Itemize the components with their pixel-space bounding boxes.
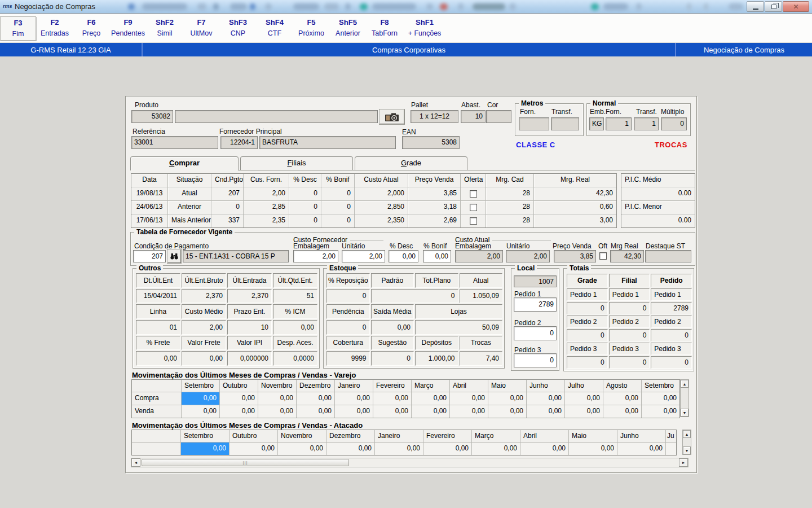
scroll-left-icon[interactable]: ◄ (131, 458, 140, 467)
toolbar-item-ultmov[interactable]: F7UltMov (183, 16, 219, 41)
row-label-compra: Compra (132, 392, 181, 405)
blurred-item (345, 3, 351, 10)
cor-field (486, 110, 511, 123)
oft-checkbox[interactable] (599, 252, 607, 260)
tab-grade[interactable]: Grade (355, 156, 467, 170)
destaque-st-field (645, 250, 691, 262)
ca-unitario-field: 2,00 (506, 250, 550, 262)
pedido2-input[interactable]: 0 (514, 326, 557, 340)
metros-group: Metros Forn. Transf. (515, 103, 584, 136)
atacado-section-title: Movimentação dos Últimos Meses de Compra… (132, 421, 363, 430)
cf-unitario-input[interactable]: 2,00 (342, 250, 385, 262)
status-app-version: G-RMS Retail 12.23 GIA (0, 43, 143, 56)
produto-code-field: 53082 (131, 110, 173, 123)
ean-label: EAN (402, 128, 416, 136)
pallet-label: Pallet (411, 101, 428, 109)
price-history-table: Data Situação Cnd.Pgto Cus. Forn. % Desc… (131, 173, 617, 228)
destaque-st-label: Destaque ST (646, 242, 685, 250)
pic-menor-label: P.I.C. Menor (621, 201, 695, 214)
toolbar-item-preco[interactable]: F6Preço (73, 16, 109, 41)
scroll-up-icon[interactable]: ▲ (681, 380, 689, 388)
toolbar-item-pendentes[interactable]: F9Pendentes (110, 16, 146, 41)
blurred-item (250, 3, 255, 10)
normal-group-title: Normal (590, 99, 618, 107)
mrg-real-field: 42,30 (610, 250, 644, 262)
col-header: Preço Venda (408, 174, 460, 187)
condicao-input[interactable]: 207 (133, 250, 166, 262)
tab-comprar[interactable]: Comprar (130, 156, 239, 170)
selected-cell[interactable]: 0,00 (181, 443, 229, 455)
bonif-input[interactable]: 0,00 (423, 250, 451, 262)
product-photo-button[interactable] (379, 110, 404, 124)
scroll-down-icon[interactable]: ▼ (683, 446, 691, 454)
pedido3-input[interactable]: 0 (514, 353, 557, 367)
emb-forn-label: Emb.Forn. (590, 108, 621, 116)
produto-description-field: MELAO AMARELO AV 1KG (175, 110, 378, 123)
toolbar-item-proximo[interactable]: F5Próximo (293, 16, 329, 41)
app-icon: rms (3, 2, 13, 11)
col-header: Data (131, 174, 167, 187)
cf-embalagem-input[interactable]: 2,00 (293, 250, 338, 262)
scroll-right-icon[interactable]: ► (679, 458, 688, 467)
window-title: Negociação de Compras (15, 2, 95, 11)
abast-label: Abast. (461, 101, 480, 109)
cf-unitario-label: Unitário (342, 242, 365, 250)
close-button[interactable]: ✕ (783, 1, 809, 12)
metros-transf-field (551, 117, 579, 130)
binoculars-icon (170, 252, 179, 261)
toolbar-item-fim[interactable]: F3Fim (0, 16, 36, 41)
oferta-checkbox[interactable] (470, 217, 477, 225)
metros-transf-label: Transf. (551, 108, 572, 116)
fornecedor-label: Fornecedor Principal (219, 128, 282, 135)
local-group: Local 1007 Pedido 1 2789 Pedido 2 0 Pedi… (511, 268, 559, 371)
blurred-item (324, 3, 339, 10)
referencia-label: Referência (133, 128, 165, 135)
oferta-checkbox[interactable] (470, 204, 477, 211)
blurred-item (458, 3, 464, 10)
toolbar-item-anterior[interactable]: ShF5Anterior (330, 16, 366, 41)
camera-icon (385, 112, 399, 122)
search-condicao-button[interactable] (167, 249, 181, 263)
totais-title: Totais (567, 264, 591, 272)
fornecedor-name-field: BASFRUTA (259, 136, 396, 149)
cell-situacao: Mais Anterior (168, 214, 211, 227)
multiplo-field: 0 (661, 117, 687, 130)
blurred-item (142, 3, 187, 10)
scrollbar-thumb[interactable]: ||| (142, 459, 349, 466)
close-icon: ✕ (793, 3, 798, 10)
restore-button[interactable] (765, 1, 782, 12)
preco-venda-label: Preço Venda (553, 242, 592, 250)
fornecedor-code-field: 12204-1 (220, 136, 258, 149)
atacado-vertical-scrollbar[interactable]: ▲ ▼ (682, 430, 691, 455)
local-title: Local (515, 264, 537, 272)
desc-input[interactable]: 0,00 (389, 250, 418, 262)
toolbar-item-simil[interactable]: ShF2Simil (147, 16, 183, 41)
pic-medio-label: P.I.C. Médio (621, 174, 695, 187)
toolbar-item-entradas[interactable]: F2Entradas (37, 16, 73, 41)
emb-forn-field: 1 (606, 117, 632, 130)
ca-embalagem-label: Embalagem (455, 242, 491, 250)
varejo-vertical-scrollbar[interactable]: ▲ ▼ (680, 379, 689, 417)
toolbar-item-cnp[interactable]: ShF3CNP (220, 16, 256, 41)
tab-filiais[interactable]: Filiais (240, 156, 353, 170)
selected-cell[interactable]: 0,00 (182, 392, 219, 405)
blurred-item (230, 3, 247, 10)
minimize-button[interactable] (747, 1, 764, 12)
toolbar-item-ctf[interactable]: ShF4CTF (257, 16, 293, 41)
blurred-item (197, 3, 206, 10)
horizontal-scrollbar[interactable]: ◄ ||| ► (131, 458, 689, 467)
toolbar-item-funcoes[interactable]: ShF1+ Funções (403, 16, 446, 41)
metros-forn-field (519, 117, 549, 130)
col-header: % Desc (289, 174, 321, 187)
blurred-item (729, 3, 743, 10)
pic-medio-value: 0.00 (621, 187, 695, 200)
estoque-group: Estoque % Reposição Padrão Tot.Plano Atu… (323, 268, 505, 369)
pedido1-input[interactable]: 2789 (514, 297, 557, 312)
abast-field: 10 (461, 110, 486, 123)
pedido2-label: Pedido 2 (514, 319, 541, 327)
oferta-checkbox[interactable] (470, 190, 477, 198)
scroll-down-icon[interactable]: ▼ (681, 409, 689, 417)
toolbar-item-tabforn[interactable]: F8TabForn (367, 16, 403, 41)
scroll-up-icon[interactable]: ▲ (683, 430, 691, 438)
blurred-item (636, 3, 642, 10)
